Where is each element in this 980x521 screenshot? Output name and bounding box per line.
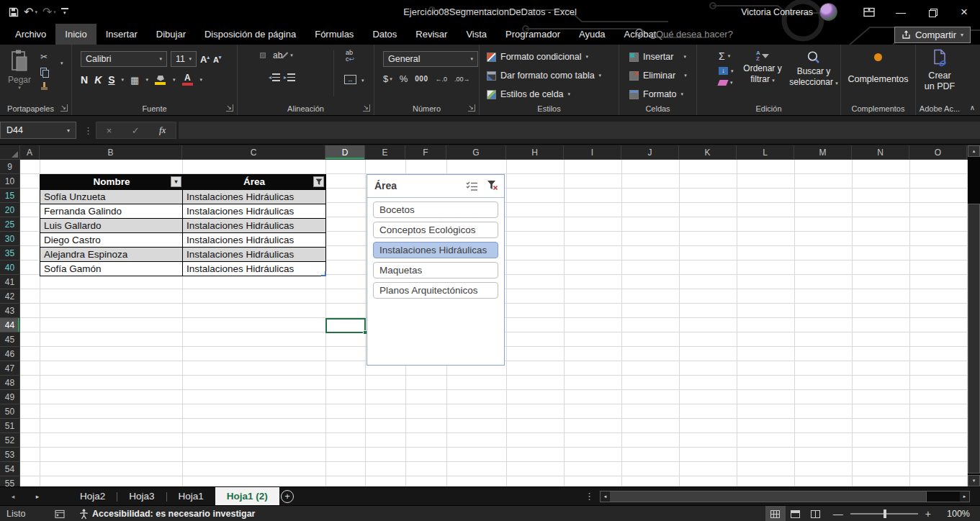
sheet-tab-hoja1[interactable]: Hoja1: [167, 487, 215, 506]
merge-center-button[interactable]: ↔: [344, 75, 356, 84]
row-header-45[interactable]: 45: [0, 332, 20, 347]
column-header-h[interactable]: H: [506, 145, 564, 160]
borders-chevron-icon[interactable]: ▾: [145, 77, 148, 83]
font-color-button[interactable]: A: [181, 74, 193, 86]
column-header-f[interactable]: F: [405, 145, 446, 160]
row-header-25[interactable]: 25: [0, 217, 20, 232]
zoom-slider-handle[interactable]: [884, 509, 886, 518]
cell-area[interactable]: Instalaciones Hidráulicas: [183, 219, 325, 232]
dropdown-filter-button-nombre[interactable]: ▾: [171, 176, 181, 187]
row-header-54[interactable]: 54: [0, 462, 20, 476]
scroll-right-button[interactable]: ▸: [960, 491, 969, 502]
fuente-dialog-launcher[interactable]: ↘: [226, 104, 233, 112]
undo-button[interactable]: ↶▾: [24, 6, 37, 18]
ribbon-tab-insertar[interactable]: Insertar: [96, 24, 147, 45]
save-button[interactable]: [9, 7, 19, 17]
row-header-49[interactable]: 49: [0, 390, 20, 404]
orientation-button[interactable]: ab▾: [273, 50, 293, 60]
insert-cells-button[interactable]: Insertar ▾: [629, 50, 686, 64]
horizontal-scrollbar[interactable]: ◂ ▸: [600, 491, 970, 502]
ribbon-tab-disposici-n-de-p-gina[interactable]: Disposición de página: [195, 24, 305, 45]
conditional-formatting-button[interactable]: Formato condicional ▾: [487, 50, 588, 64]
row-header-44[interactable]: 44: [0, 318, 20, 332]
cell-area[interactable]: Instalaciones Hidráulicas: [183, 233, 325, 247]
cell-area[interactable]: Instalaciones Hidráulicas: [183, 204, 325, 218]
autosum-button[interactable]: Σ▾: [719, 50, 734, 62]
enter-button[interactable]: ✓: [132, 125, 140, 136]
font-color-chevron-icon[interactable]: ▾: [199, 77, 202, 83]
cell-area[interactable]: Instalaciones Hidráulicas: [183, 190, 325, 204]
new-sheet-button[interactable]: +: [281, 490, 294, 503]
column-header-k[interactable]: K: [679, 145, 737, 160]
cell-styles-button[interactable]: Estilos de celda ▾: [487, 87, 570, 101]
restore-button[interactable]: [917, 0, 948, 24]
row-header-55[interactable]: 55: [0, 476, 20, 486]
table-resize-handle[interactable]: [321, 271, 326, 276]
column-header-g[interactable]: G: [446, 145, 506, 160]
slicer-item-planos-arquitect-nicos[interactable]: Planos Arquitectónicos: [373, 282, 498, 299]
active-filter-button-rea[interactable]: [313, 176, 324, 187]
select-all-corner[interactable]: [0, 145, 20, 160]
cell-nombre[interactable]: Sofía Gamón: [40, 262, 183, 276]
slicer-item-bocetos[interactable]: Bocetos: [373, 201, 498, 218]
minimize-button[interactable]: —: [885, 0, 917, 24]
ribbon-tab-revisar[interactable]: Revisar: [406, 24, 457, 45]
align-left-button[interactable]: [245, 76, 249, 80]
row-header-41[interactable]: 41: [0, 275, 20, 289]
avatar[interactable]: [819, 3, 837, 21]
fill-button[interactable]: ↓▾: [719, 67, 734, 75]
sheet-tab-hoja2[interactable]: Hoja2: [68, 487, 117, 506]
fill-color-button[interactable]: [155, 76, 166, 85]
fill-color-chevron-icon[interactable]: ▾: [173, 77, 176, 83]
row-header-42[interactable]: 42: [0, 289, 20, 304]
column-header-a[interactable]: A: [20, 145, 40, 160]
insert-function-button[interactable]: fx: [159, 124, 166, 136]
column-header-e[interactable]: E: [365, 145, 405, 160]
underline-chevron-icon[interactable]: ▾: [122, 77, 125, 83]
sheet-tab-hoja3[interactable]: Hoja3: [117, 487, 166, 506]
selected-cell-d44[interactable]: [325, 318, 366, 333]
column-header-d[interactable]: D: [325, 145, 365, 160]
currency-button[interactable]: $▾: [383, 73, 392, 84]
column-header-c[interactable]: C: [182, 145, 325, 160]
column-header-n[interactable]: N: [852, 145, 909, 160]
scroll-up-button[interactable]: ▴: [968, 145, 980, 157]
sheet-nav-prev-button[interactable]: ◂: [6, 487, 20, 506]
view-page-layout-button[interactable]: [786, 506, 806, 521]
increase-indent-button[interactable]: ▸: [284, 73, 295, 81]
column-header-l[interactable]: L: [737, 145, 794, 160]
wrap-text-button[interactable]: ab c↩: [346, 50, 354, 63]
view-normal-button[interactable]: [765, 506, 786, 521]
cell-nombre[interactable]: Luis Gallardo: [40, 219, 183, 232]
ribbon-tab-ayuda[interactable]: Ayuda: [570, 24, 615, 45]
formula-bar-dots[interactable]: ⋮: [84, 122, 93, 139]
tell-me-search[interactable]: ¿Qué desea hacer?: [634, 24, 733, 45]
font-name-combo[interactable]: Calibri▾: [81, 51, 167, 67]
row-header-9[interactable]: 9: [0, 160, 20, 174]
ribbon-display-options-button[interactable]: [853, 0, 885, 24]
cell-nombre[interactable]: Alejandra Espinoza: [40, 248, 183, 261]
slicer-item-maquetas[interactable]: Maquetas: [373, 262, 498, 278]
tabbar-dots[interactable]: ⋮: [585, 487, 594, 506]
number-format-combo[interactable]: General▾: [383, 51, 478, 67]
macro-record-button[interactable]: [55, 509, 65, 521]
align-right-button[interactable]: [261, 76, 265, 80]
row-header-35[interactable]: 35: [0, 246, 20, 260]
percent-button[interactable]: %: [400, 73, 408, 84]
row-header-47[interactable]: 47: [0, 361, 20, 376]
complementos-button[interactable]: Complementos: [841, 53, 915, 84]
horizontal-scroll-track[interactable]: [927, 491, 960, 502]
format-painter-button[interactable]: [40, 82, 48, 91]
decrease-indent-button[interactable]: ◂: [269, 73, 280, 81]
cell-area[interactable]: Instalaciones Hidráulicas: [183, 248, 325, 261]
align-bottom-button[interactable]: [261, 53, 265, 58]
shrink-font-button[interactable]: A▾: [213, 55, 221, 64]
vertical-scroll-thumb[interactable]: [968, 204, 980, 474]
cell-nombre[interactable]: Sofía Unzueta: [40, 190, 183, 204]
find-select-button[interactable]: Buscar yseleccionar ▾: [788, 50, 840, 89]
row-header-46[interactable]: 46: [0, 347, 20, 361]
ribbon-tab-archivo[interactable]: Archivo: [6, 24, 55, 45]
borders-button[interactable]: ▦: [130, 75, 139, 86]
view-page-break-button[interactable]: [806, 506, 826, 521]
row-header-48[interactable]: 48: [0, 376, 20, 390]
